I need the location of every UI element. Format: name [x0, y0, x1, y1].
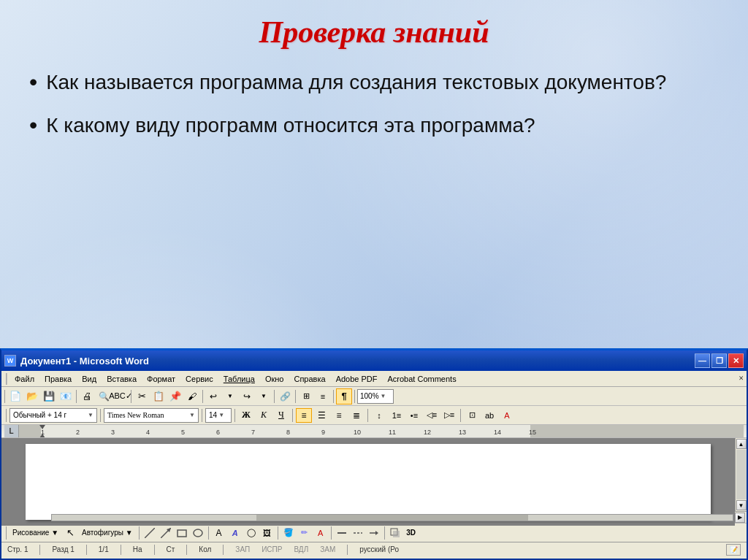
scroll-up-button[interactable]: ▲	[736, 439, 747, 449]
textbox-tool[interactable]: A	[212, 526, 226, 540]
redo-arrow[interactable]: ▼	[256, 388, 272, 404]
dash-style-tool[interactable]	[351, 526, 365, 540]
svg-text:7: 7	[251, 429, 255, 436]
rectangle-tool[interactable]	[175, 526, 189, 540]
shadow-tool[interactable]	[388, 526, 402, 540]
scroll-down-button[interactable]: ▼	[736, 500, 747, 510]
outside-border-button[interactable]: ⊡	[464, 408, 480, 423]
autoshapes-menu[interactable]: Автофигуры ▼	[79, 527, 136, 538]
drawing-menu[interactable]: Рисование ▼	[9, 527, 61, 538]
clipart-tool[interactable]: 🖼	[260, 526, 275, 540]
underline-button[interactable]: Ч	[273, 408, 289, 423]
oval-tool[interactable]	[191, 526, 205, 540]
show-formatting-button[interactable]: ¶	[336, 388, 352, 404]
email-button[interactable]: 📧	[58, 388, 74, 404]
open-button[interactable]: 📂	[24, 388, 40, 404]
bullets-icon: •≡	[411, 411, 418, 420]
style-dropdown[interactable]: Обычный + 14 г ▼	[9, 408, 97, 423]
border-icon: ⊡	[469, 410, 476, 420]
font-dropdown[interactable]: Times New Roman ▼	[104, 408, 199, 423]
columns-button[interactable]: ≡	[315, 388, 331, 404]
svg-text:14: 14	[494, 429, 501, 436]
document-area[interactable]	[1, 438, 735, 526]
save-button[interactable]: 💾	[41, 388, 57, 404]
email-icon: 📧	[60, 391, 72, 402]
save-icon: 💾	[43, 391, 55, 402]
fill-color-icon: 🪣	[283, 528, 294, 537]
table-button[interactable]: ⊞	[298, 388, 314, 404]
menu-view[interactable]: Вид	[77, 373, 101, 385]
bullets-button[interactable]: •≡	[406, 408, 422, 423]
italic-button[interactable]: К	[256, 408, 272, 423]
bold-button[interactable]: Ж	[238, 408, 254, 423]
decrease-indent-button[interactable]: ◁≡	[424, 408, 440, 423]
print-button[interactable]: 🖨	[79, 388, 95, 404]
align-center-icon: ☰	[318, 410, 326, 421]
cut-button[interactable]: ✂	[134, 388, 150, 404]
svg-marker-28	[375, 531, 378, 535]
word-icon: W	[4, 355, 16, 367]
highlight-button[interactable]: ab	[481, 408, 497, 423]
undo-arrow[interactable]: ▼	[222, 388, 238, 404]
status-sep-4	[186, 545, 187, 555]
fill-color-tool[interactable]: 🪣	[281, 526, 296, 540]
status-right: 📝	[726, 544, 741, 556]
align-center-button[interactable]: ☰	[313, 408, 329, 423]
close-button[interactable]: ✕	[728, 353, 744, 368]
h-scroll-right-button[interactable]: ▶	[735, 513, 745, 523]
increase-indent-button[interactable]: ▷≡	[441, 408, 457, 423]
bullet-2: •	[29, 111, 37, 139]
scroll-track	[736, 450, 747, 499]
numbering-button[interactable]: 1≡	[389, 408, 405, 423]
align-left-button[interactable]: ≡	[296, 408, 312, 423]
font-color-button[interactable]: A	[499, 408, 515, 423]
line-color-tool[interactable]: ✏	[297, 526, 312, 540]
status-na: На	[133, 545, 142, 553]
menu-table[interactable]: Таблица	[219, 373, 259, 385]
paste-button[interactable]: 📌	[167, 388, 183, 404]
zoom-dropdown[interactable]: 100% ▼	[357, 389, 394, 404]
scrollbar-vertical[interactable]: ▲ ▼	[735, 438, 747, 511]
justify-button[interactable]: ≣	[348, 408, 365, 423]
menu-adobe[interactable]: Adobe PDF	[332, 373, 382, 385]
zoom-arrow: ▼	[381, 393, 386, 399]
cursor-tool[interactable]: ↖	[63, 526, 77, 540]
status-sep-5	[223, 545, 224, 555]
hyperlink-button[interactable]: 🔗	[277, 388, 293, 404]
format-painter-button[interactable]: 🖌	[184, 388, 200, 404]
diagram-tool[interactable]: ◯	[244, 526, 259, 540]
align-right-button[interactable]: ≡	[331, 408, 347, 423]
restore-button[interactable]: ❐	[711, 353, 727, 368]
wordart-tool[interactable]: A	[228, 526, 243, 540]
arrow-tool[interactable]	[159, 526, 173, 540]
arrow-style-tool[interactable]	[367, 526, 381, 540]
redo-button[interactable]: ↪	[239, 388, 255, 404]
menu-close-x[interactable]: ×	[739, 373, 744, 384]
line-spacing-button[interactable]: ↕	[371, 408, 387, 423]
menu-file[interactable]: Файл	[10, 373, 39, 385]
track-changes-button[interactable]: 📝	[726, 544, 741, 556]
fmt-sep-0	[6, 409, 7, 422]
h-scrollbar-track[interactable]	[51, 514, 733, 521]
font-color-tool[interactable]: A	[313, 526, 328, 540]
paste-icon: 📌	[169, 391, 181, 402]
open-icon: 📂	[26, 391, 38, 402]
menu-tools[interactable]: Сервис	[181, 373, 218, 385]
three-d-tool[interactable]: 3D	[404, 526, 419, 540]
new-button[interactable]: 📄	[7, 388, 23, 404]
menu-edit[interactable]: Правка	[40, 373, 76, 385]
line-style-tool[interactable]	[335, 526, 349, 540]
menu-acrobat[interactable]: Acrobat Comments	[383, 373, 461, 385]
size-dropdown[interactable]: 14 ▼	[205, 408, 232, 423]
copy-button[interactable]: 📋	[150, 388, 167, 404]
menu-help[interactable]: Справка	[289, 373, 329, 385]
menu-insert[interactable]: Вставка	[102, 373, 141, 385]
line-tool[interactable]	[142, 526, 157, 540]
undo-button[interactable]: ↩	[205, 388, 221, 404]
font-value: Times New Roman	[107, 411, 188, 419]
menu-format[interactable]: Формат	[142, 373, 180, 385]
minimize-button[interactable]: —	[695, 353, 710, 368]
menu-window[interactable]: Окно	[261, 373, 289, 385]
spell-button[interactable]: ABC✓	[112, 388, 129, 404]
h-scrollbar-thumb[interactable]	[256, 515, 529, 521]
